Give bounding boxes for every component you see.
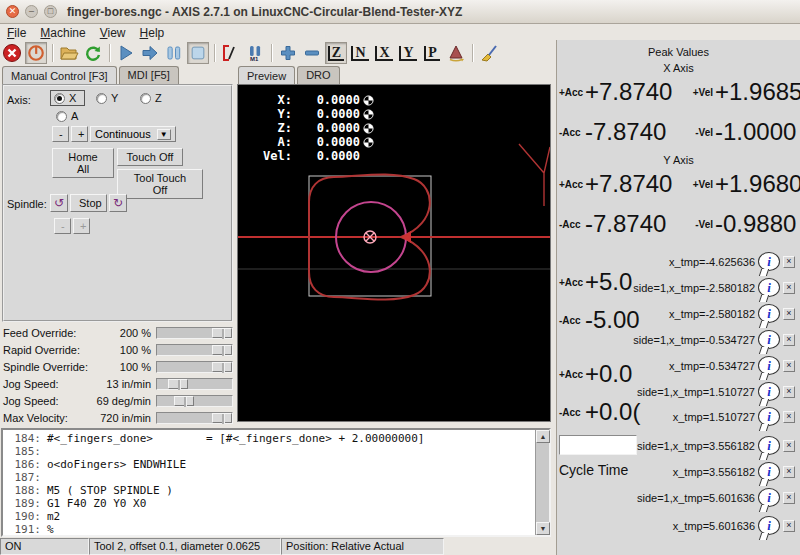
info-icon[interactable]: i — [758, 252, 780, 271]
optional-pause-icon[interactable]: M1 — [244, 42, 266, 64]
view-p-icon[interactable]: P — [421, 42, 443, 64]
close-icon[interactable]: × — [783, 386, 795, 398]
close-icon[interactable]: × — [783, 334, 795, 346]
gcode-line[interactable]: 189:G1 F40 Z0 Y0 X0 — [3, 497, 533, 510]
tool-touch-off-button[interactable]: Tool Touch Off — [117, 169, 203, 199]
close-icon[interactable]: × — [783, 466, 795, 478]
info-icon[interactable]: i — [758, 304, 780, 323]
estop-icon[interactable] — [1, 42, 23, 64]
reload-icon[interactable] — [82, 42, 104, 64]
notification: side=1,x_tmp=3.556182 i × — [637, 436, 795, 455]
run-icon[interactable] — [115, 42, 137, 64]
peak-values-title: Peak Values — [557, 46, 800, 58]
spindle-cw-icon[interactable]: ↻ — [109, 194, 127, 212]
close-icon[interactable]: × — [783, 520, 795, 532]
rotate-view-icon[interactable] — [445, 42, 467, 64]
tab-dro[interactable]: DRO — [297, 66, 339, 85]
menu-help[interactable]: Help — [133, 25, 172, 41]
info-icon[interactable]: i — [758, 407, 780, 426]
gcode-line[interactable]: 185: — [3, 445, 533, 458]
axis-radio-a[interactable]: A — [56, 110, 78, 122]
view-z-rotated-icon[interactable]: N — [349, 42, 371, 64]
spindle-minus-button[interactable]: - — [54, 218, 71, 234]
gcode-listing[interactable]: 184:#<_fingers_done> = [#<_fingers_done>… — [1, 428, 551, 537]
view-z-icon[interactable]: Z — [325, 42, 347, 64]
rapid-override-slider[interactable] — [156, 344, 233, 356]
spindle-plus-button[interactable]: + — [73, 218, 90, 234]
jog-plus-button[interactable]: + — [71, 126, 88, 142]
scroll-down-icon[interactable]: ▼ — [536, 522, 550, 535]
zoom-in-icon[interactable] — [277, 42, 299, 64]
gcode-line[interactable]: 184:#<_fingers_done> = [#<_fingers_done>… — [3, 432, 533, 445]
info-icon[interactable]: i — [758, 330, 780, 349]
y-axis-header: Y Axis — [557, 154, 800, 166]
cycle-time-label: Cycle Time — [559, 462, 628, 478]
y-pos-vel: +1.9680 — [715, 170, 800, 198]
max-velocity-slider[interactable] — [156, 412, 233, 424]
tab-preview[interactable]: Preview — [238, 66, 295, 85]
notification: x_tmp=1.510727 i × — [673, 407, 795, 426]
pause-icon[interactable] — [163, 42, 185, 64]
window-maximize-button[interactable]: □ — [44, 5, 57, 18]
manual-control-panel: Axis: X Y Z A - + Continuous ▼ Home All … — [2, 84, 233, 322]
scroll-up-icon[interactable]: ▲ — [536, 430, 550, 443]
gcode-scrollbar[interactable]: ▲ ▼ — [535, 430, 549, 535]
menu-view[interactable]: View — [93, 25, 133, 41]
window-close-button[interactable]: ✕ — [6, 5, 19, 18]
x-axis-header: X Axis — [557, 62, 800, 74]
home-all-button[interactable]: Home All — [52, 148, 114, 178]
info-icon[interactable]: i — [758, 278, 780, 297]
menu-file[interactable]: File — [0, 25, 33, 41]
axis-radio-z[interactable]: Z — [140, 92, 162, 104]
notification: x_tmp=-4.625636 i × — [669, 252, 795, 271]
axis-radio-x[interactable]: X — [50, 90, 85, 106]
skip-lines-icon[interactable] — [220, 42, 242, 64]
close-icon[interactable]: × — [783, 411, 795, 423]
open-file-icon[interactable] — [58, 42, 80, 64]
notification: x_tmp=5.601636 i × — [673, 516, 795, 535]
tab-mdi[interactable]: MDI [F5] — [119, 66, 179, 85]
info-icon[interactable]: i — [758, 382, 780, 401]
close-icon[interactable]: × — [783, 308, 795, 320]
axis-radio-y[interactable]: Y — [96, 92, 118, 104]
info-icon[interactable]: i — [758, 436, 780, 455]
gcode-line[interactable]: 191:% — [3, 523, 533, 536]
close-icon[interactable]: × — [783, 360, 795, 372]
view-x-icon[interactable]: X — [373, 42, 395, 64]
spindle-override-slider[interactable] — [156, 361, 233, 373]
info-icon[interactable]: i — [758, 516, 780, 535]
z-pos-acc: +5.0 — [585, 268, 632, 296]
step-icon[interactable] — [139, 42, 161, 64]
jog-speed-slider[interactable] — [156, 378, 233, 390]
stop-icon[interactable] — [187, 42, 209, 64]
view-y-icon[interactable]: Y — [397, 42, 419, 64]
machine-power-icon[interactable] — [25, 42, 47, 64]
close-icon[interactable]: × — [783, 282, 795, 294]
y-neg-acc: -7.8740 — [585, 210, 689, 238]
zoom-out-icon[interactable] — [301, 42, 323, 64]
gcode-line[interactable]: 187: — [3, 471, 533, 484]
close-icon[interactable]: × — [783, 492, 795, 504]
jog-minus-button[interactable]: - — [52, 126, 69, 142]
jog-speed-deg-slider[interactable] — [156, 395, 233, 407]
spindle-stop-button[interactable]: Stop — [70, 194, 107, 212]
gcode-line[interactable]: 190:m2 — [3, 510, 533, 523]
clear-plot-icon[interactable] — [478, 42, 500, 64]
cycle-time-entry[interactable] — [559, 435, 637, 455]
backplot-canvas[interactable]: X:0.0000 Y:0.0000 Z:0.0000 A:0.0000 Vel:… — [237, 84, 551, 422]
dro-readout: X:0.0000 Y:0.0000 Z:0.0000 A:0.0000 Vel:… — [250, 93, 374, 163]
close-icon[interactable]: × — [783, 256, 795, 268]
close-icon[interactable]: × — [783, 440, 795, 452]
feed-override-slider[interactable] — [156, 327, 233, 339]
info-icon[interactable]: i — [758, 462, 780, 481]
menu-machine[interactable]: Machine — [33, 25, 92, 41]
spindle-ccw-icon[interactable]: ↺ — [50, 194, 68, 212]
info-icon[interactable]: i — [758, 356, 780, 375]
window-minimize-button[interactable]: – — [25, 5, 38, 18]
gcode-line[interactable]: 188:M5 ( STOP SPINDLE ) — [3, 484, 533, 497]
tab-manual-control[interactable]: Manual Control [F3] — [2, 66, 117, 85]
jog-mode-select[interactable]: Continuous ▼ — [90, 126, 176, 142]
info-icon[interactable]: i — [758, 488, 780, 507]
touch-off-button[interactable]: Touch Off — [117, 148, 183, 166]
gcode-line[interactable]: 186:o<doFingers> ENDWHILE — [3, 458, 533, 471]
